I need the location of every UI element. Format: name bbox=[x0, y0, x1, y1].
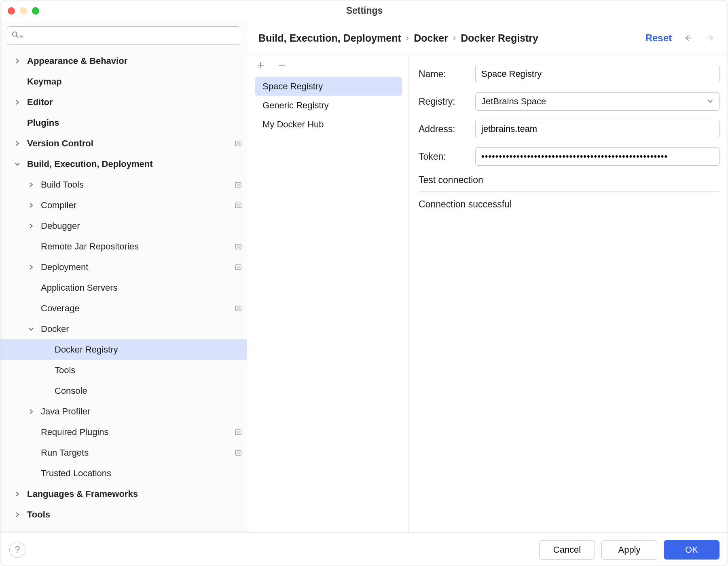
tree-node-console[interactable]: Console bbox=[0, 380, 247, 401]
tree-node-application-servers[interactable]: Application Servers bbox=[0, 277, 247, 298]
breadcrumb-crumb[interactable]: Build, Execution, Deployment bbox=[258, 32, 401, 44]
chevron-right-icon[interactable] bbox=[27, 201, 35, 209]
svg-rect-3 bbox=[237, 142, 240, 145]
nav-forward-button[interactable] bbox=[704, 32, 717, 44]
svg-rect-9 bbox=[237, 245, 240, 248]
registry-row-space-registry[interactable]: Space Registry bbox=[255, 77, 402, 96]
tree-node-compiler[interactable]: Compiler bbox=[0, 195, 247, 215]
name-label: Name: bbox=[419, 69, 475, 80]
tree-node-label: Docker bbox=[41, 324, 69, 334]
tree-node-label: Deployment bbox=[41, 262, 88, 272]
tree-node-build-tools[interactable]: Build Tools bbox=[0, 174, 247, 195]
tree-node-version-control[interactable]: Version Control bbox=[0, 133, 247, 154]
test-connection-link[interactable]: Test connection bbox=[419, 175, 720, 192]
name-input[interactable] bbox=[475, 65, 720, 83]
chevron-right-icon[interactable] bbox=[27, 181, 35, 189]
project-scope-icon bbox=[235, 264, 242, 271]
tree-node-deployment[interactable]: Deployment bbox=[0, 257, 247, 277]
chevron-right-icon[interactable] bbox=[13, 490, 21, 498]
connection-status: Connection successful bbox=[419, 199, 720, 210]
tree-node-label: Tools bbox=[27, 509, 50, 520]
tree-node-label: Version Control bbox=[27, 138, 93, 149]
reset-link[interactable]: Reset bbox=[645, 32, 672, 44]
project-scope-icon bbox=[235, 140, 242, 147]
tree-node-editor[interactable]: Editor bbox=[0, 92, 247, 112]
breadcrumb-crumb[interactable]: Docker Registry bbox=[461, 32, 538, 44]
tree-node-tools[interactable]: Tools bbox=[0, 360, 247, 380]
tree-node-docker[interactable]: Docker bbox=[0, 319, 247, 339]
chevron-right-icon[interactable] bbox=[27, 222, 35, 230]
tree-node-run-targets[interactable]: Run Targets bbox=[0, 442, 247, 463]
registry-row-generic-registry[interactable]: Generic Registry bbox=[255, 96, 402, 115]
tree-node-required-plugins[interactable]: Required Plugins bbox=[0, 422, 247, 442]
token-input[interactable] bbox=[475, 147, 720, 166]
chevron-right-icon[interactable] bbox=[13, 98, 21, 106]
tree-node-label: Run Targets bbox=[41, 448, 89, 458]
dialog-footer: ? Cancel Apply OK bbox=[0, 532, 728, 566]
titlebar: Settings bbox=[0, 0, 728, 21]
apply-button[interactable]: Apply bbox=[601, 540, 657, 560]
nav-back-button[interactable] bbox=[681, 32, 694, 44]
registry-combobox[interactable]: JetBrains Space bbox=[475, 92, 720, 111]
registry-form: Name: Registry: JetBrains Space bbox=[409, 55, 728, 532]
tree-node-label: Plugins bbox=[27, 118, 59, 128]
help-button[interactable]: ? bbox=[9, 542, 25, 558]
settings-tree[interactable]: Appearance & BehaviorKeymapEditorPlugins… bbox=[0, 49, 247, 532]
tree-node-build-execution-deployment[interactable]: Build, Execution, Deployment bbox=[0, 154, 247, 174]
project-scope-icon bbox=[235, 243, 242, 250]
breadcrumb: Build, Execution, Deployment › Docker › … bbox=[247, 21, 728, 55]
registry-row-my-docker-hub[interactable]: My Docker Hub bbox=[255, 115, 402, 134]
cancel-button[interactable]: Cancel bbox=[539, 540, 595, 560]
svg-rect-13 bbox=[237, 307, 240, 310]
tree-node-plugins[interactable]: Plugins bbox=[0, 112, 247, 133]
remove-button[interactable] bbox=[276, 59, 288, 71]
ok-button[interactable]: OK bbox=[664, 540, 720, 560]
svg-rect-7 bbox=[237, 204, 240, 207]
tree-node-tools[interactable]: Tools bbox=[0, 504, 247, 525]
tree-node-debugger[interactable]: Debugger bbox=[0, 215, 247, 236]
tree-node-label: Trusted Locations bbox=[41, 468, 111, 479]
chevron-down-icon bbox=[707, 96, 713, 107]
chevron-right-icon[interactable] bbox=[13, 57, 21, 65]
svg-point-0 bbox=[13, 32, 17, 36]
svg-rect-15 bbox=[237, 431, 240, 433]
tree-node-coverage[interactable]: Coverage bbox=[0, 298, 247, 319]
chevron-down-icon[interactable] bbox=[13, 160, 21, 168]
search-icon bbox=[11, 31, 19, 41]
project-scope-icon bbox=[235, 181, 242, 188]
registry-value: JetBrains Space bbox=[481, 96, 546, 107]
tree-node-label: Docker Registry bbox=[55, 344, 118, 355]
tree-node-label: Required Plugins bbox=[41, 427, 109, 437]
tree-node-label: Remote Jar Repositories bbox=[41, 241, 139, 252]
settings-search-input[interactable] bbox=[7, 26, 240, 45]
project-scope-icon bbox=[235, 202, 242, 209]
tree-node-label: Editor bbox=[27, 97, 53, 108]
search-dropdown-icon[interactable] bbox=[19, 31, 23, 40]
tree-node-label: Debugger bbox=[41, 221, 80, 231]
chevron-right-icon[interactable] bbox=[13, 139, 21, 148]
breadcrumb-crumb[interactable]: Docker bbox=[414, 32, 448, 44]
chevron-right-icon[interactable] bbox=[27, 263, 35, 271]
window-title: Settings bbox=[0, 5, 728, 16]
address-input[interactable] bbox=[475, 120, 720, 138]
svg-line-1 bbox=[17, 36, 19, 38]
chevron-right-icon[interactable] bbox=[27, 408, 35, 416]
tree-node-java-profiler[interactable]: Java Profiler bbox=[0, 401, 247, 422]
token-label: Token: bbox=[419, 151, 475, 162]
add-button[interactable] bbox=[255, 59, 267, 71]
tree-node-label: Java Profiler bbox=[41, 406, 90, 417]
tree-node-languages-frameworks[interactable]: Languages & Frameworks bbox=[0, 484, 247, 504]
tree-node-appearance-behavior[interactable]: Appearance & Behavior bbox=[0, 51, 247, 71]
svg-rect-5 bbox=[237, 184, 240, 186]
registry-list[interactable]: Space RegistryGeneric RegistryMy Docker … bbox=[247, 75, 408, 532]
tree-node-trusted-locations[interactable]: Trusted Locations bbox=[0, 463, 247, 484]
tree-node-remote-jar-repositories[interactable]: Remote Jar Repositories bbox=[0, 236, 247, 257]
tree-node-label: Tools bbox=[55, 365, 75, 376]
chevron-right-icon[interactable] bbox=[13, 511, 21, 519]
tree-node-keymap[interactable]: Keymap bbox=[0, 71, 247, 92]
tree-node-label: Console bbox=[55, 386, 87, 396]
chevron-right-icon: › bbox=[453, 33, 456, 43]
project-scope-icon bbox=[235, 429, 242, 436]
chevron-down-icon[interactable] bbox=[27, 325, 35, 333]
tree-node-docker-registry[interactable]: Docker Registry bbox=[0, 339, 247, 360]
